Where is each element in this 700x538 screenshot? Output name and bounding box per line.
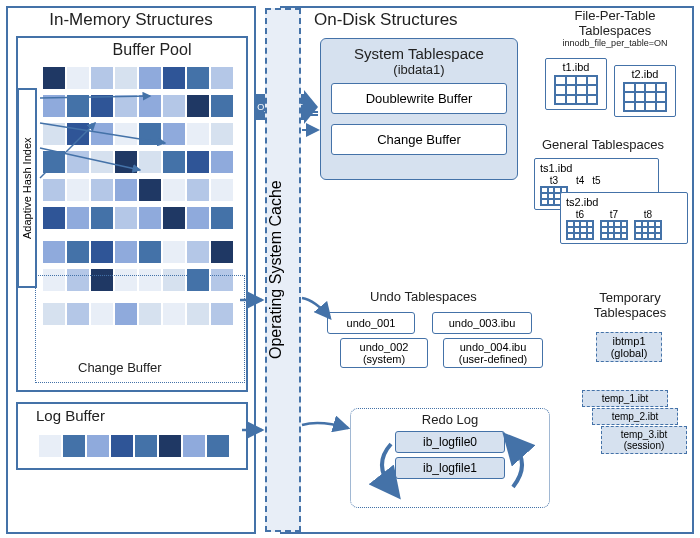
t2-ibd: t2.ibd [614,65,676,117]
sys-tbs-title: System Tablespace [331,45,507,62]
temp1: temp_1.ibt [582,390,668,407]
change-buffer-disk: Change Buffer [331,124,507,155]
log-buffer-grid [38,434,230,462]
buffer-pool-panel: Buffer Pool Adaptive Hash Index Change B… [16,36,248,392]
buffer-pool-title: Buffer Pool [58,41,246,59]
ib-logfile1: ib_logfile1 [395,457,505,479]
fpt-title: File-Per-Table [540,8,690,23]
in-memory-panel: In-Memory Structures Buffer Pool Adaptiv… [6,6,256,534]
fpt-sub: Tablespaces [540,23,690,38]
gen-tbs-title: General Tablespaces [542,137,664,152]
ahi-label: Adaptive Hash Index [17,88,37,288]
temp-title: Temporary [580,290,680,305]
ib-logfile0: ib_logfile0 [395,431,505,453]
change-buffer-label: Change Buffer [78,360,162,375]
in-memory-title: In-Memory Structures [8,10,254,30]
temp3: temp_3.ibt(session) [601,426,687,454]
ts2-ibd: ts2.ibd t6 t7 t8 [560,192,688,244]
ibtmp1: ibtmp1(global) [596,332,662,362]
undo-title: Undo Tablespaces [370,289,477,304]
undo-003: undo_003.ibu [432,312,532,334]
undo-004: undo_004.ibu(user-defined) [443,338,543,368]
undo-001: undo_001 [327,312,415,334]
redo-log-panel: Redo Log ib_logfile0 ib_logfile1 [350,408,550,508]
redo-title: Redo Log [351,412,549,427]
temp-sub: Tablespaces [580,305,680,320]
doublewrite-buffer: Doublewrite Buffer [331,83,507,114]
log-buffer-title: Log Buffer [28,407,246,424]
t1-ibd: t1.ibd [545,58,607,110]
temp2: temp_2.ibt [592,408,678,425]
log-buffer-panel: Log Buffer [16,402,248,470]
fpt-section: File-Per-Table Tablespaces innodb_file_p… [540,8,690,48]
sys-tbs-sub: (ibdata1) [331,62,507,77]
undo-002: undo_002(system) [340,338,428,368]
system-tablespace: System Tablespace (ibdata1) Doublewrite … [320,38,518,180]
fpt-cfg: innodb_file_per_table=ON [540,38,690,48]
temp-section: Temporary Tablespaces [580,290,680,320]
